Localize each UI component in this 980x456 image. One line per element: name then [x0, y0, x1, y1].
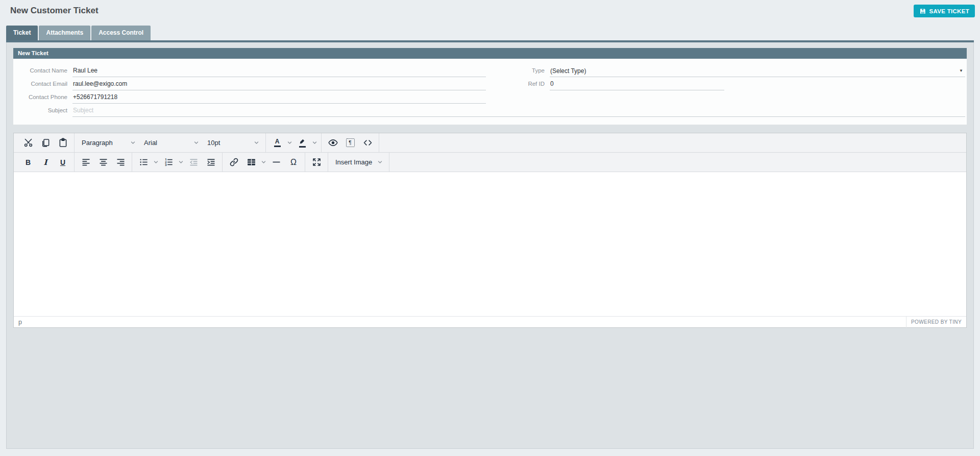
chevron-down-icon[interactable]	[286, 134, 293, 152]
editor-toolbar-row-2: BIU123ΩInsert Image	[14, 153, 966, 172]
align-center-icon	[98, 157, 109, 167]
cut-icon	[23, 137, 34, 148]
bullet-list-button[interactable]	[135, 154, 152, 171]
save-ticket-button-label: SAVE TICKET	[929, 8, 969, 14]
text-color-icon: A	[274, 138, 281, 147]
chevron-down-icon	[193, 140, 199, 146]
chevron-down-icon[interactable]	[260, 154, 267, 171]
source-code-button[interactable]	[359, 134, 376, 152]
ref-id-label: Ref ID	[486, 77, 550, 90]
italic-button[interactable]: I	[37, 154, 54, 171]
preview-icon	[328, 137, 338, 148]
insert-image-select[interactable]: Insert Image	[331, 154, 386, 171]
element-path: p	[14, 319, 22, 326]
font-family-select[interactable]: Arial	[139, 134, 203, 152]
toolbar-group: A	[266, 133, 322, 152]
ref-id-cell	[550, 77, 965, 90]
toolbar-group: ParagraphArial10pt	[75, 133, 266, 152]
subject-label: Subject	[13, 104, 72, 117]
horizontal-rule-icon	[271, 157, 282, 167]
toolbar-group: BIU	[17, 153, 75, 172]
link-button[interactable]	[225, 154, 242, 171]
outdent-icon	[188, 157, 199, 167]
cut-button[interactable]	[19, 134, 37, 152]
fullscreen-icon	[311, 157, 322, 167]
page-title: New Customer Ticket	[10, 6, 99, 16]
subject-cell	[72, 104, 965, 117]
font-size-select[interactable]: 10pt	[203, 134, 263, 152]
formatting-marks-icon: ¶	[346, 138, 355, 147]
align-right-icon	[115, 157, 126, 167]
fullscreen-button[interactable]	[308, 154, 325, 171]
chevron-down-icon[interactable]	[152, 154, 160, 171]
chevron-down-icon[interactable]	[311, 134, 318, 152]
contact-phone-label: Contact Phone	[13, 90, 72, 104]
chevron-down-icon	[254, 140, 259, 146]
chevron-down-icon[interactable]	[177, 154, 185, 171]
contact-email-cell	[72, 77, 486, 90]
block-format-select[interactable]: Paragraph	[77, 134, 139, 152]
contact-phone-input[interactable]	[72, 92, 486, 104]
text-color-button[interactable]: A	[268, 134, 286, 152]
subject-input[interactable]	[72, 106, 965, 117]
special-character-button[interactable]: Ω	[285, 154, 302, 171]
contact-name-cell	[72, 64, 486, 77]
editor-statusbar: p POWERED BY TINY	[14, 316, 966, 327]
svg-text:3: 3	[165, 163, 167, 166]
tab-ticket[interactable]: Ticket	[6, 26, 38, 40]
type-label: Type	[486, 64, 550, 77]
align-right-button[interactable]	[112, 154, 129, 171]
copy-button[interactable]	[37, 134, 54, 152]
ref-id-input[interactable]	[550, 79, 724, 90]
table-button[interactable]	[242, 154, 260, 171]
rich-text-editor: ParagraphArial10ptA¶ BIU123ΩInsert Image…	[13, 133, 967, 328]
save-icon	[919, 8, 926, 15]
formatting-marks-button[interactable]: ¶	[341, 134, 359, 152]
ticket-form: Contact NameContact EmailContact PhoneSu…	[13, 59, 967, 125]
align-left-button[interactable]	[77, 154, 94, 171]
tab-attachments[interactable]: Attachments	[39, 26, 90, 40]
contact-email-label: Contact Email	[13, 77, 72, 90]
type-cell: (Select Type)▼	[550, 64, 965, 77]
contact-email-input[interactable]	[72, 79, 486, 90]
toolbar-group: Ω	[223, 153, 305, 172]
bullet-list-icon	[138, 157, 149, 167]
contact-name-label: Contact Name	[13, 64, 72, 77]
numbered-list-icon: 123	[163, 157, 174, 167]
outdent-button	[185, 154, 202, 171]
save-ticket-button[interactable]: SAVE TICKET	[914, 5, 975, 17]
highlight-color-button[interactable]	[293, 134, 311, 152]
underline-icon: U	[60, 158, 65, 166]
paste-icon	[58, 137, 68, 148]
paste-button[interactable]	[54, 134, 71, 152]
underline-button[interactable]: U	[54, 154, 71, 171]
align-center-button[interactable]	[94, 154, 112, 171]
toolbar-group	[17, 133, 75, 152]
chevron-down-icon	[130, 140, 136, 146]
tab-access-control[interactable]: Access Control	[91, 26, 151, 40]
type-select[interactable]: (Select Type)▼	[550, 66, 965, 77]
editor-toolbar-row-1: ParagraphArial10ptA¶	[14, 133, 966, 153]
toolbar-group: ¶	[322, 133, 379, 152]
indent-button[interactable]	[202, 154, 219, 171]
toolbar-group: Insert Image	[328, 153, 389, 172]
bold-button[interactable]: B	[19, 154, 37, 171]
content-panel: New Ticket Contact NameContact EmailCont…	[6, 42, 974, 449]
toolbar-group: 123	[132, 153, 223, 172]
font-size-select-value: 10pt	[207, 139, 220, 147]
block-format-select-value: Paragraph	[82, 139, 113, 147]
numbered-list-button[interactable]: 123	[160, 154, 177, 171]
type-select-value: (Select Type)	[550, 67, 586, 75]
source-code-icon	[362, 137, 373, 148]
link-icon	[229, 157, 239, 167]
preview-button[interactable]	[324, 134, 341, 152]
special-character-icon: Ω	[290, 158, 297, 167]
contact-name-input[interactable]	[72, 66, 486, 77]
editor-content-area[interactable]	[14, 172, 966, 316]
app-header: New Customer Ticket SAVE TICKET	[0, 0, 980, 26]
insert-image-select-value: Insert Image	[335, 158, 372, 166]
tiny-branding-link[interactable]: POWERED BY TINY	[906, 317, 966, 328]
table-icon	[246, 157, 257, 167]
new-ticket-section: New Ticket Contact NameContact EmailCont…	[13, 48, 967, 125]
horizontal-rule-button[interactable]	[267, 154, 285, 171]
